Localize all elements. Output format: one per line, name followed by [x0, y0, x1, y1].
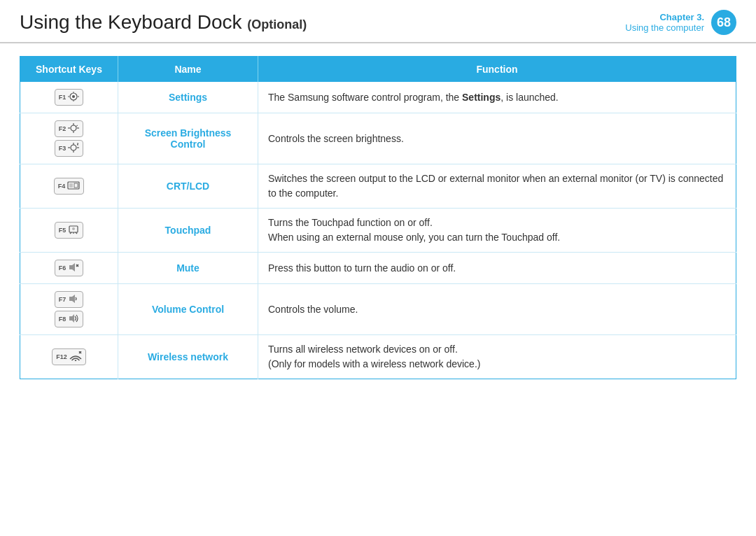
col-header-function: Function	[258, 57, 736, 83]
key-box: F2	[55, 120, 84, 137]
svg-point-26	[72, 227, 75, 230]
key-box: F5	[55, 222, 84, 239]
function-cell: Turns the Touchpad function on or off.Wh…	[258, 209, 736, 253]
svg-point-1	[72, 95, 75, 98]
svg-rect-21	[74, 183, 78, 188]
table-row: F4CRT/LCDSwitches the screen output to t…	[20, 164, 736, 209]
name-cell: Screen Brightness Control	[118, 113, 258, 164]
function-cell: Turns all wireless network devices on or…	[258, 335, 736, 379]
key-icon	[68, 262, 79, 274]
key-icon	[68, 225, 79, 237]
function-cell: Switches the screen output to the LCD or…	[258, 164, 736, 209]
svg-rect-20	[69, 183, 73, 188]
function-cell: The Samsung software control program, th…	[258, 82, 736, 113]
key-icon	[68, 143, 79, 155]
key-icon	[68, 313, 79, 325]
name-cell: CRT/LCD	[118, 164, 258, 209]
key-icon	[68, 92, 79, 104]
svg-marker-31	[69, 314, 74, 323]
name-cell: Settings	[118, 82, 258, 113]
table-row: F12Wireless networkTurns all wireless ne…	[20, 335, 736, 379]
table-row: F7F8Volume ControlControls the volume.	[20, 284, 736, 335]
shortcut-key-cell: F2F3	[20, 113, 118, 164]
table-row: F2F3Screen Brightness ControlControls th…	[20, 113, 736, 164]
col-header-name: Name	[118, 57, 258, 83]
chapter-info: Chapter 3. Using the computer 68	[625, 10, 736, 35]
svg-point-12	[71, 145, 76, 150]
table-row: F5TouchpadTurns the Touchpad function on…	[20, 209, 736, 253]
name-cell: Mute	[118, 253, 258, 284]
key-box: F12	[52, 348, 86, 365]
key-box: F1	[55, 89, 84, 106]
name-cell: Volume Control	[118, 284, 258, 335]
key-box: F6	[55, 260, 84, 276]
shortcut-key-cell: F4	[20, 164, 118, 209]
main-content: Shortcut Keys Name Function F1SettingsTh…	[0, 43, 756, 399]
col-header-shortcut: Shortcut Keys	[20, 57, 118, 83]
function-cell: Controls the screen brightness.	[258, 113, 736, 164]
key-icon	[68, 294, 79, 306]
shortcut-key-cell: F1	[20, 82, 118, 113]
page-header: Using the Keyboard Dock (Optional) Chapt…	[0, 0, 756, 43]
page-title: Using the Keyboard Dock (Optional)	[20, 11, 307, 34]
key-icon	[67, 181, 80, 192]
key-icon	[69, 351, 82, 363]
table-row: F1SettingsThe Samsung software control p…	[20, 82, 736, 113]
shortcut-key-cell: F6	[20, 253, 118, 284]
svg-point-6	[71, 125, 76, 131]
svg-marker-30	[69, 295, 75, 303]
svg-point-32	[75, 360, 76, 361]
function-cell: Press this button to turn the audio on o…	[258, 253, 736, 284]
shortcut-keys-table: Shortcut Keys Name Function F1SettingsTh…	[20, 56, 736, 379]
key-icon	[68, 123, 79, 135]
svg-marker-27	[69, 263, 75, 271]
page-number-badge: 68	[711, 10, 736, 35]
key-box: F7	[55, 291, 84, 308]
key-box: F8	[55, 311, 84, 327]
shortcut-key-cell: F7F8	[20, 284, 118, 335]
name-cell: Wireless network	[118, 335, 258, 379]
table-row: F6MutePress this button to turn the audi…	[20, 253, 736, 284]
shortcut-key-cell: F12	[20, 335, 118, 379]
shortcut-key-cell: F5	[20, 209, 118, 253]
name-cell: Touchpad	[118, 209, 258, 253]
key-box: F4	[54, 178, 85, 195]
key-box: F3	[55, 140, 84, 157]
function-cell: Controls the volume.	[258, 284, 736, 335]
